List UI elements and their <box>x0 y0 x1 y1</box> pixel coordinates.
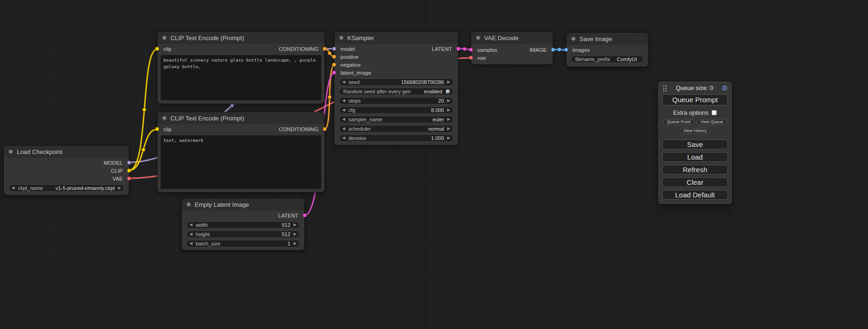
drag-handle-icon[interactable] <box>662 84 667 91</box>
node-save-image[interactable]: Save Image images filename_prefix ComfyU… <box>566 33 648 67</box>
increment-arrow-icon[interactable]: ▶ <box>447 99 450 103</box>
increment-arrow-icon[interactable]: ▶ <box>294 223 296 227</box>
widget-random-seed-toggle[interactable]: Random seed after every gen enabled <box>339 88 453 95</box>
view-queue-button[interactable]: View Queue <box>697 119 727 125</box>
widget-denoise[interactable]: ◀ denoise 1.000 ▶ <box>339 134 453 142</box>
queue-front-button[interactable]: Queue Front <box>663 119 694 125</box>
load-button[interactable]: Load <box>662 152 728 162</box>
input-label-images: images <box>572 47 590 53</box>
collapse-dot[interactable] <box>162 116 167 120</box>
output-port-image[interactable] <box>551 48 555 52</box>
node-title-bar[interactable]: KSampler <box>334 32 458 44</box>
collapse-dot[interactable] <box>339 35 344 40</box>
widget-scheduler[interactable]: ◀ scheduler normal ▶ <box>339 125 453 133</box>
load-default-button[interactable]: Load Default <box>662 190 728 200</box>
collapse-dot[interactable] <box>476 35 480 40</box>
increment-arrow-icon[interactable]: ▶ <box>118 186 121 190</box>
increment-arrow-icon[interactable]: ▶ <box>447 118 450 121</box>
node-title-bar[interactable]: Save Image <box>566 33 648 45</box>
node-title-bar[interactable]: Load Checkpoint <box>4 146 129 158</box>
increment-arrow-icon[interactable]: ▶ <box>447 108 450 112</box>
extra-options-checkbox[interactable] <box>712 110 717 115</box>
decrement-arrow-icon[interactable]: ◀ <box>342 108 345 112</box>
input-port-samples[interactable] <box>469 48 473 52</box>
node-ksampler[interactable]: KSampler model LATENT positive negative … <box>334 32 458 145</box>
refresh-button[interactable]: Refresh <box>662 165 728 175</box>
input-port-images[interactable] <box>564 48 568 52</box>
node-vae-decode[interactable]: VAE Decode samples IMAGE vae <box>471 32 553 64</box>
node-title-bar[interactable]: CLIP Text Encode (Prompt) <box>157 32 325 44</box>
link-midpoint-dot[interactable] <box>142 108 146 112</box>
decrement-arrow-icon[interactable]: ◀ <box>12 186 14 190</box>
decrement-arrow-icon[interactable]: ◀ <box>342 127 345 131</box>
output-port-vae[interactable] <box>127 176 131 181</box>
node-empty-latent-image[interactable]: Empty Latent Image LATENT ◀ width 512 ▶ … <box>182 198 304 250</box>
increment-arrow-icon[interactable]: ▶ <box>294 232 296 236</box>
increment-arrow-icon[interactable]: ▶ <box>294 242 296 245</box>
widget-value: 156680208700286 <box>401 79 444 85</box>
link-midpoint-dot[interactable] <box>463 47 466 51</box>
input-port-positive[interactable] <box>332 55 336 59</box>
collapse-dot[interactable] <box>8 149 13 154</box>
collapse-dot[interactable] <box>162 35 167 40</box>
input-port-latent-image[interactable] <box>332 70 336 75</box>
decrement-arrow-icon[interactable]: ◀ <box>190 232 192 236</box>
node-clip-text-encode-positive[interactable]: CLIP Text Encode (Prompt) clip CONDITION… <box>157 32 325 104</box>
decrement-arrow-icon[interactable]: ◀ <box>342 80 345 84</box>
node-title-bar[interactable]: VAE Decode <box>471 32 553 44</box>
input-port-model[interactable] <box>332 47 336 51</box>
node-title-bar[interactable]: CLIP Text Encode (Prompt) <box>157 112 325 124</box>
widget-label: width <box>196 222 208 228</box>
input-port-clip[interactable] <box>155 127 159 131</box>
collapse-dot[interactable] <box>186 202 191 207</box>
increment-arrow-icon[interactable]: ▶ <box>447 127 450 131</box>
negative-prompt-textarea[interactable]: text, watermark <box>161 135 321 189</box>
positive-prompt-textarea[interactable]: beautiful scenery nature glass bottle la… <box>161 55 321 100</box>
output-port-latent[interactable] <box>303 213 307 217</box>
queue-prompt-button[interactable]: Queue Prompt <box>662 94 728 105</box>
widget-steps[interactable]: ◀ steps 20 ▶ <box>339 97 453 105</box>
input-label-positive: positive <box>340 54 359 60</box>
save-button[interactable]: Save <box>662 140 728 149</box>
widget-height[interactable]: ◀ height 512 ▶ <box>186 231 300 238</box>
toggle-knob[interactable] <box>445 89 450 94</box>
link-midpoint-dot[interactable] <box>557 48 561 51</box>
increment-arrow-icon[interactable]: ▶ <box>447 136 450 140</box>
output-port-conditioning[interactable] <box>323 47 327 51</box>
input-port-negative[interactable] <box>332 63 336 67</box>
output-port-model[interactable] <box>127 161 131 165</box>
widget-value: 1 <box>288 241 290 246</box>
link-midpoint-dot[interactable] <box>230 104 234 107</box>
decrement-arrow-icon[interactable]: ◀ <box>342 136 345 140</box>
widget-width[interactable]: ◀ width 512 ▶ <box>186 221 300 229</box>
decrement-arrow-icon[interactable]: ◀ <box>190 223 192 227</box>
output-label-model: MODEL <box>104 160 123 166</box>
decrement-arrow-icon[interactable]: ◀ <box>190 242 192 245</box>
graph-canvas[interactable]: Load Checkpoint MODEL CLIP VAE ◀ ckpt_na… <box>0 0 868 329</box>
widget-ckpt-name[interactable]: ◀ ckpt_name v1-5-pruned-emaonly.ckpt ▶ <box>8 184 124 192</box>
clear-button[interactable]: Clear <box>662 177 728 187</box>
settings-gear-icon[interactable]: ⚙ <box>722 84 728 91</box>
link-midpoint-dot[interactable] <box>328 95 332 99</box>
widget-filename-prefix[interactable]: filename_prefix ComfyUI <box>571 56 643 63</box>
collapse-dot[interactable] <box>571 36 576 41</box>
link-midpoint-dot[interactable] <box>328 51 332 55</box>
view-history-button[interactable]: View History <box>680 128 711 134</box>
decrement-arrow-icon[interactable]: ◀ <box>342 118 345 121</box>
output-port-clip[interactable] <box>127 168 131 173</box>
link-midpoint-dot[interactable] <box>141 148 145 152</box>
input-port-vae[interactable] <box>469 56 473 60</box>
output-label-conditioning: CONDITIONING <box>279 46 318 52</box>
widget-cfg[interactable]: ◀ cfg 8.000 ▶ <box>339 106 453 114</box>
node-load-checkpoint[interactable]: Load Checkpoint MODEL CLIP VAE ◀ ckpt_na… <box>4 146 129 195</box>
widget-batch-size[interactable]: ◀ batch_size 1 ▶ <box>186 240 300 247</box>
widget-seed[interactable]: ◀ seed 156680208700286 ▶ <box>339 78 453 86</box>
widget-sampler-name[interactable]: ◀ sampler_name euler ▶ <box>339 116 453 123</box>
output-port-latent[interactable] <box>456 47 460 51</box>
input-port-clip[interactable] <box>155 47 159 51</box>
decrement-arrow-icon[interactable]: ◀ <box>342 99 345 103</box>
increment-arrow-icon[interactable]: ▶ <box>447 80 450 84</box>
node-clip-text-encode-negative[interactable]: CLIP Text Encode (Prompt) clip CONDITION… <box>157 112 325 192</box>
output-port-conditioning[interactable] <box>323 127 327 131</box>
node-title-bar[interactable]: Empty Latent Image <box>182 198 304 210</box>
